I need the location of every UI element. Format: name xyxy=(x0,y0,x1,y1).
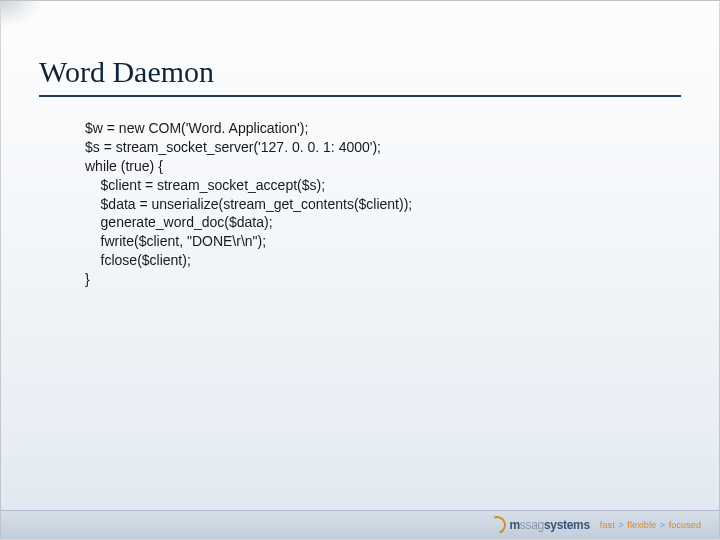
swirl-icon xyxy=(485,513,509,537)
tagline: fast > flexible > focused xyxy=(600,520,701,530)
slide: Word Daemon $w = new COM('Word. Applicat… xyxy=(0,0,720,540)
slide-title: Word Daemon xyxy=(39,55,681,97)
brand-suffix: systems xyxy=(544,518,590,532)
footer: mssagsystems fast > flexible > focused xyxy=(1,510,719,539)
tagline-sep-2: > xyxy=(660,520,665,530)
code-block: $w = new COM('Word. Application'); $s = … xyxy=(85,119,659,289)
tagline-flexible: flexible xyxy=(627,520,656,530)
tagline-sep-1: > xyxy=(618,520,623,530)
brand-prefix: m xyxy=(509,518,519,532)
corner-decoration xyxy=(1,1,43,27)
tagline-fast: fast xyxy=(600,520,615,530)
brand-logo: mssagsystems xyxy=(488,516,589,534)
tagline-focused: focused xyxy=(669,520,701,530)
brand: mssagsystems fast > flexible > focused xyxy=(488,516,701,534)
brand-mid: ssag xyxy=(520,518,544,532)
